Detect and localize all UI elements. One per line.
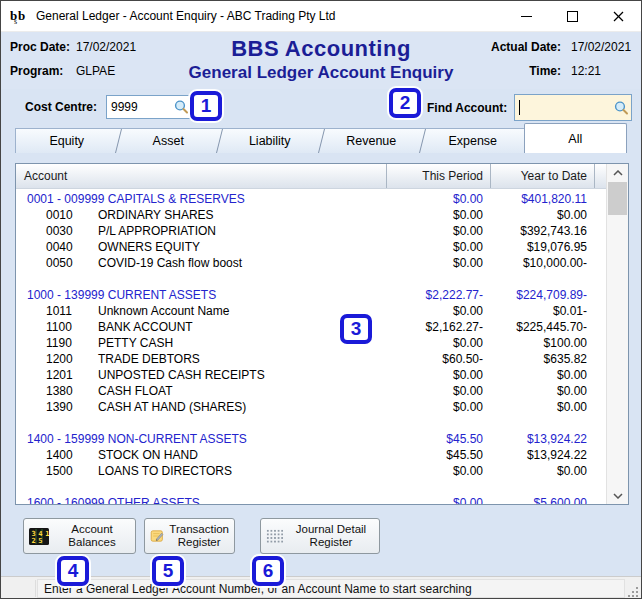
header-band: Proc Date: 17/02/2021 Program: GLPAE BBS… [1, 32, 641, 89]
account-row[interactable]: 1201UNPOSTED CASH RECEIPTS$0.00$0.00 [16, 367, 606, 383]
cost-centre-search-icon[interactable] [174, 100, 189, 115]
button-label-line1: Account [54, 523, 130, 536]
app-title: BBS Accounting [121, 36, 521, 62]
group-row[interactable]: 0001 - 009999 CAPITALS & RESERVES$0.00$4… [16, 191, 606, 207]
account-balances-icon: 341 25 [29, 528, 49, 545]
button-label-line2: Register [169, 536, 229, 549]
button-label-line1: Transaction [169, 523, 229, 536]
scrollbar-thumb[interactable] [608, 182, 627, 215]
find-account-search-icon[interactable] [614, 100, 629, 115]
svg-text:25: 25 [32, 537, 46, 545]
tab-label: Revenue [346, 134, 396, 148]
group-row[interactable]: 1400 - 159999 NON-CURRENT ASSETS$45.50$1… [16, 431, 606, 447]
tab-label: Equity [49, 134, 84, 148]
spacer-row [16, 271, 606, 287]
transaction-register-icon [150, 527, 164, 545]
scroll-up-button[interactable] [607, 164, 628, 181]
button-label-line1: Journal Detail [288, 523, 374, 536]
account-row[interactable]: 1011Unknown Account Name$0.00$0.01- [16, 303, 606, 319]
button-label-line2: Balances [54, 536, 130, 549]
journal-detail-register-button[interactable]: Journal DetailRegister [260, 518, 380, 554]
time-label: Time: [491, 64, 561, 78]
tab-asset[interactable]: Asset [118, 128, 220, 153]
tab-all[interactable]: All [524, 123, 628, 153]
tab-liability[interactable]: Liability [219, 128, 321, 153]
app-window: b s b General Ledger - Account Enquiry -… [0, 0, 642, 599]
account-row[interactable]: 0030P/L APPROPRIATION$0.00$392,743.16 [16, 223, 606, 239]
callout-6: 6 [252, 556, 284, 586]
group-row[interactable]: 1000 - 139999 CURRENT ASSETS$2,222.77-$2… [16, 287, 606, 303]
button-label-line2: Register [288, 536, 374, 549]
date-time-info: Actual Date: 17/02/2021 Time: 12:21 [491, 40, 633, 78]
account-table-body: 0001 - 009999 CAPITALS & RESERVES$0.00$4… [16, 189, 606, 504]
account-row[interactable]: 1190PETTY CASH$0.00$100.00 [16, 335, 606, 351]
account-type-tabs: Equity Asset Liability Revenue Expense A… [15, 128, 627, 153]
transaction-register-button[interactable]: TransactionRegister [144, 518, 235, 554]
callout-5: 5 [152, 556, 184, 586]
tab-equity[interactable]: Equity [15, 128, 118, 153]
tab-label: Expense [448, 134, 497, 148]
group-row[interactable]: 1600 - 160999 OTHER ASSETS$0.00$5,600.00 [16, 495, 606, 504]
svg-text:s: s [14, 17, 17, 25]
callout-3: 3 [340, 314, 372, 344]
close-button[interactable] [595, 1, 641, 31]
app-logo-icon: b s b [10, 7, 28, 25]
account-table: Account This Period Year to Date 0001 - … [15, 163, 629, 505]
column-header-filler [594, 164, 606, 188]
window-title: General Ledger - Account Enquiry - ABC T… [36, 9, 503, 23]
account-row[interactable]: 0040OWNERS EQUITY$0.00$19,076.95 [16, 239, 606, 255]
column-header-year-to-date[interactable]: Year to Date [490, 164, 594, 188]
chevron-up-icon [613, 170, 623, 176]
account-row[interactable]: 1500LOANS TO DIRECTORS$0.00$0.00 [16, 463, 606, 479]
status-message: Enter a General Ledger Account Number, o… [37, 579, 625, 598]
titles: BBS Accounting General Ledger Account En… [121, 36, 521, 83]
program-label: Program: [10, 64, 76, 78]
titlebar: b s b General Ledger - Account Enquiry -… [1, 1, 641, 32]
status-divider [35, 580, 36, 597]
time-value: 12:21 [561, 64, 633, 78]
maximize-icon [567, 11, 578, 22]
text-caret [519, 100, 520, 115]
cost-centre-label: Cost Centre: [25, 100, 97, 114]
close-icon [613, 11, 624, 22]
account-row[interactable]: 1200TRADE DEBTORS$60.50-$635.82 [16, 351, 606, 367]
account-row[interactable]: 1390CASH AT HAND (SHARES)$0.00$0.00 [16, 399, 606, 415]
proc-info: Proc Date: 17/02/2021 Program: GLPAE [10, 40, 136, 78]
column-header-account[interactable]: Account [16, 164, 386, 188]
scroll-down-button[interactable] [607, 487, 628, 504]
chevron-down-icon [613, 493, 623, 499]
table-header: Account This Period Year to Date [16, 164, 606, 189]
proc-date-label: Proc Date: [10, 40, 76, 54]
minimize-button[interactable] [503, 1, 549, 31]
callout-4: 4 [57, 556, 89, 586]
vertical-scrollbar[interactable] [606, 164, 628, 504]
tab-label: Liability [249, 134, 291, 148]
find-account-field[interactable] [514, 94, 632, 121]
account-row[interactable]: 1400STOCK ON HAND$45.50$13,924.22 [16, 447, 606, 463]
account-row[interactable]: 1380CASH FLOAT$0.00$0.00 [16, 383, 606, 399]
status-bar: Enter a General Ledger Account Number, o… [1, 576, 641, 599]
callout-1: 1 [190, 91, 222, 121]
minimize-icon [521, 16, 532, 17]
actual-date-label: Actual Date: [491, 40, 561, 54]
svg-text:b: b [18, 8, 25, 23]
tab-label: All [568, 132, 582, 146]
actual-date-value: 17/02/2021 [561, 40, 633, 54]
cost-centre-field[interactable] [106, 95, 192, 119]
maximize-button[interactable] [549, 1, 595, 31]
tab-revenue[interactable]: Revenue [321, 128, 423, 153]
journal-detail-icon [266, 529, 283, 544]
resize-grip[interactable] [627, 586, 639, 598]
callout-2: 2 [389, 88, 421, 118]
account-row[interactable]: 0050COVID-19 Cash flow boost$0.00$10,000… [16, 255, 606, 271]
account-row[interactable]: 1100BANK ACCOUNT$2,162.27-$225,445.70- [16, 319, 606, 335]
find-account-label: Find Account: [427, 101, 507, 115]
tab-label: Asset [153, 134, 184, 148]
column-header-this-period[interactable]: This Period [386, 164, 490, 188]
account-balances-button[interactable]: 341 25 AccountBalances [23, 518, 136, 554]
tab-expense[interactable]: Expense [422, 128, 524, 153]
spacer-row [16, 415, 606, 431]
account-row[interactable]: 0010ORDINARY SHARES$0.00$0.00 [16, 207, 606, 223]
spacer-row [16, 479, 606, 495]
page-title: General Ledger Account Enquiry [121, 63, 521, 83]
